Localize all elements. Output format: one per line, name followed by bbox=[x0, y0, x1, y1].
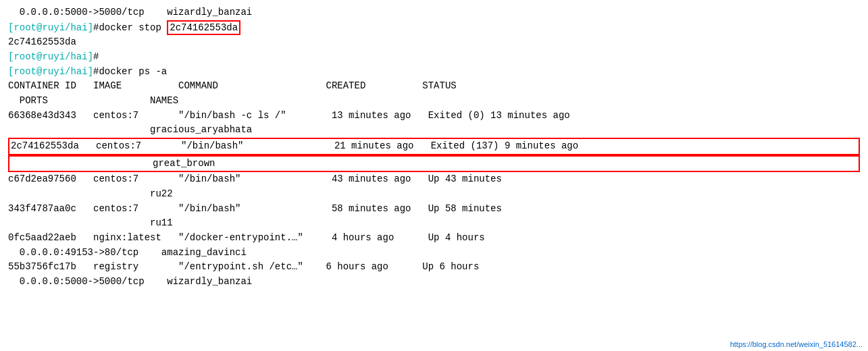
prompt-bracket-close: ] bbox=[88, 22, 93, 32]
prompt-bracket-close-3: ] bbox=[88, 66, 93, 77]
terminal-line-4: [root@ruyi/hai]# bbox=[8, 50, 860, 65]
prompt-hash: #docker stop bbox=[93, 22, 167, 32]
terminal-line-2: [root@ruyi/hai]#docker stop 2c74162553da bbox=[8, 20, 860, 35]
terminal-window: 0.0.0.0:5000->5000/tcp wizardly_banzai [… bbox=[0, 0, 868, 351]
terminal-line-13: 343f4787aa0c centos:7 "/bin/bash" 58 min… bbox=[8, 202, 860, 217]
prompt-hash-2: # bbox=[93, 51, 99, 62]
prompt-host-3: ruyi bbox=[42, 66, 65, 77]
watermark: https://blog.csdn.net/weixin_51614582... bbox=[730, 340, 863, 348]
terminal-line-8: 66368e43d343 centos:7 "/bin/bash -c ls /… bbox=[8, 109, 860, 124]
terminal-line-14: ru11 bbox=[8, 216, 860, 231]
terminal-line-1: 0.0.0.0:5000->5000/tcp wizardly_banzai bbox=[8, 5, 860, 20]
terminal-line-12: ru22 bbox=[8, 187, 860, 202]
terminal-line-6-header: CONTAINER ID IMAGE COMMAND CREATED STATU… bbox=[8, 79, 860, 94]
prompt-bracket-open-2: [root@ bbox=[8, 51, 42, 62]
terminal-line-11: c67d2ea97560 centos:7 "/bin/bash" 43 min… bbox=[8, 172, 860, 187]
prompt-host: ruyi bbox=[42, 22, 65, 32]
terminal-line-16: 0.0.0.0:49153->80/tcp amazing_davinci bbox=[8, 246, 860, 261]
container-id-highlight: 2c74162553da bbox=[167, 20, 240, 35]
terminal-line-7-header: PORTS NAMES bbox=[8, 94, 860, 109]
terminal-line-9: gracious_aryabhata bbox=[8, 123, 860, 138]
highlighted-container-row-2: great_brown bbox=[8, 155, 860, 173]
prompt-separator: /hai bbox=[65, 22, 88, 32]
terminal-line-3: 2c74162553da bbox=[8, 35, 860, 50]
prompt-separator-2: /hai bbox=[65, 51, 88, 62]
prompt-bracket-close-2: ] bbox=[88, 51, 93, 62]
prompt-separator-3: /hai bbox=[65, 66, 88, 77]
prompt-host-2: ruyi bbox=[42, 51, 65, 62]
prompt-bracket-open: [root@ bbox=[8, 22, 42, 32]
terminal-line-17: 55b3756fc17b registry "/entrypoint.sh /e… bbox=[8, 260, 860, 275]
prompt-hash-3: #docker ps -a bbox=[93, 66, 167, 77]
terminal-line-18: 0.0.0.0:5000->5000/tcp wizardly_banzai bbox=[8, 275, 860, 290]
prompt-bracket-open-3: [root@ bbox=[8, 66, 42, 77]
terminal-line-5: [root@ruyi/hai]#docker ps -a bbox=[8, 65, 860, 80]
highlighted-container-row-1: 2c74162553da centos:7 "/bin/bash" 21 min… bbox=[8, 138, 860, 155]
terminal-line-15: 0fc5aad22aeb nginx:latest "/docker-entry… bbox=[8, 231, 860, 246]
